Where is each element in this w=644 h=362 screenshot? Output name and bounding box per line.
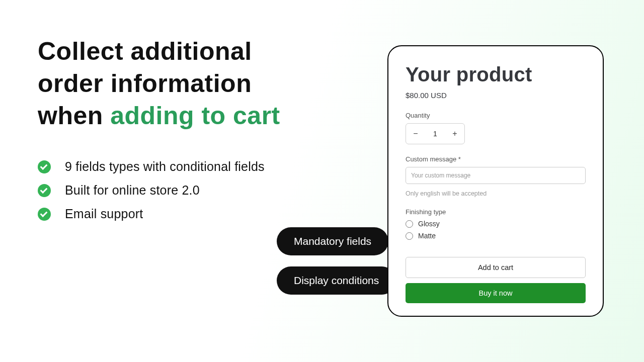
radio-label: Matte (418, 232, 436, 240)
feature-list: 9 fields types with conditional fields B… (38, 159, 319, 221)
custom-message-hint: Only english will be accepted (406, 190, 586, 197)
radio-input[interactable] (406, 220, 413, 228)
feature-item: 9 fields types with conditional fields (38, 159, 319, 174)
radio-input[interactable] (406, 232, 413, 240)
finishing-label: Finishing type (406, 208, 586, 216)
product-price: $80.00 USD (406, 91, 586, 100)
custom-message-label: Custom message * (406, 155, 586, 163)
custom-message-input[interactable] (406, 167, 586, 184)
add-to-cart-button[interactable]: Add to cart (406, 257, 586, 278)
finishing-option-glossy[interactable]: Glossy (406, 220, 586, 228)
headline-line2: order information (38, 69, 252, 98)
check-icon (38, 208, 51, 221)
headline-line1: Collect additional (38, 37, 252, 65)
product-title: Your product (406, 63, 586, 86)
finishing-option-matte[interactable]: Matte (406, 232, 586, 240)
product-card: Your product $80.00 USD Quantity − 1 + C… (387, 45, 604, 317)
headline-highlight: adding to cart (110, 102, 280, 130)
feature-item: Built for online store 2.0 (38, 183, 319, 198)
feature-text: Built for online store 2.0 (65, 183, 200, 198)
feature-text: 9 fields types with conditional fields (65, 159, 265, 174)
hero-section: Collect additional order information whe… (38, 35, 319, 230)
callout-mandatory: Mandatory fields (277, 227, 388, 255)
quantity-stepper[interactable]: − 1 + (406, 123, 465, 144)
quantity-label: Quantity (406, 112, 586, 119)
check-icon (38, 160, 51, 173)
callout-display-conditions: Display conditions (277, 266, 396, 295)
buy-now-button[interactable]: Buy it now (406, 283, 586, 303)
feature-text: Email support (65, 207, 143, 221)
feature-item: Email support (38, 207, 319, 221)
quantity-increase[interactable]: + (445, 124, 464, 144)
headline-line3-prefix: when (38, 102, 110, 130)
headline: Collect additional order information whe… (38, 35, 319, 132)
quantity-value: 1 (425, 130, 445, 138)
radio-label: Glossy (418, 220, 440, 228)
quantity-decrease[interactable]: − (406, 124, 425, 144)
check-icon (38, 184, 51, 197)
